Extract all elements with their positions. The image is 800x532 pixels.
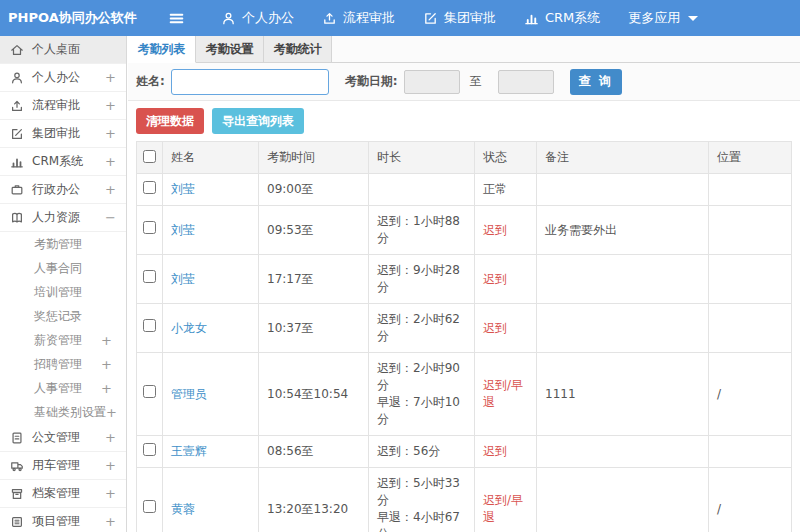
expand-plus-icon[interactable]: + xyxy=(101,333,112,348)
sidebar-item-7[interactable]: 人力资源− xyxy=(0,204,126,232)
nav-item-2[interactable]: 流程审批 xyxy=(308,0,409,36)
name-filter-input[interactable] xyxy=(171,69,329,95)
select-all-checkbox[interactable] xyxy=(143,150,156,163)
status-cell: 迟到 xyxy=(475,206,537,255)
expand-plus-icon[interactable]: + xyxy=(105,486,116,501)
attendance-time-cell: 09:00至 xyxy=(259,174,369,206)
employee-name-link[interactable]: 刘莹 xyxy=(171,223,195,237)
row-checkbox[interactable] xyxy=(143,221,156,234)
duration-cell: 迟到：56分 xyxy=(369,436,475,468)
expand-plus-icon[interactable]: + xyxy=(105,154,116,169)
duration-line: 迟到：5小时33分 xyxy=(377,475,466,509)
sidebar-subitem-5[interactable]: 薪资管理+ xyxy=(0,328,126,352)
sidebar-subitem-label: 考勤管理 xyxy=(34,236,82,253)
sidebar-subitem-label: 基础类别设置 xyxy=(34,404,106,421)
sidebar-item-label: CRM系统 xyxy=(32,153,83,170)
sidebar-item-2[interactable]: 个人办公+ xyxy=(0,64,126,92)
expand-plus-icon[interactable]: + xyxy=(101,357,112,372)
sidebar-item-label: 用车管理 xyxy=(32,457,80,474)
tab-1[interactable]: 考勤列表 xyxy=(128,36,196,63)
user-icon xyxy=(221,11,236,26)
date-from-input[interactable] xyxy=(404,70,460,94)
sidebar-item-8[interactable]: 公文管理+ xyxy=(0,424,126,452)
status-cell: 迟到 xyxy=(475,304,537,353)
sidebar-item-label: 集团审批 xyxy=(32,125,80,142)
sidebar-subitem-7[interactable]: 人事管理+ xyxy=(0,376,126,400)
location-cell xyxy=(709,174,792,206)
employee-name-link[interactable]: 刘莹 xyxy=(171,272,195,286)
expand-plus-icon[interactable]: + xyxy=(105,70,116,85)
list-icon xyxy=(10,515,24,529)
clear-data-button[interactable]: 清理数据 xyxy=(136,108,204,134)
duration-cell xyxy=(369,174,475,206)
employee-name-link[interactable]: 小龙女 xyxy=(171,321,207,335)
sidebar-item-6[interactable]: 行政办公+ xyxy=(0,176,126,204)
expand-plus-icon[interactable]: + xyxy=(105,182,116,197)
sidebar-item-3[interactable]: 流程审批+ xyxy=(0,92,126,120)
nav-item-label: 个人办公 xyxy=(242,9,294,27)
nav-item-5[interactable]: 更多应用 xyxy=(614,0,712,36)
note-cell xyxy=(537,468,709,532)
employee-name-link[interactable]: 黄蓉 xyxy=(171,502,195,516)
sidebar-toggle-button[interactable] xyxy=(168,10,185,27)
sidebar-item-5[interactable]: CRM系统+ xyxy=(0,148,126,176)
expand-plus-icon[interactable]: + xyxy=(101,381,112,396)
status-cell: 迟到/早退 xyxy=(475,468,537,532)
status-cell: 迟到/早退 xyxy=(475,353,537,436)
employee-name-link[interactable]: 刘莹 xyxy=(171,182,195,196)
nav-item-3[interactable]: 集团审批 xyxy=(409,0,510,36)
sidebar-subitem-1[interactable]: 考勤管理 xyxy=(0,232,126,256)
sidebar-item-11[interactable]: 项目管理+ xyxy=(0,508,126,532)
row-checkbox[interactable] xyxy=(143,443,156,456)
tab-3[interactable]: 考勤统计 xyxy=(264,36,332,62)
expand-plus-icon[interactable]: + xyxy=(105,430,116,445)
row-checkbox[interactable] xyxy=(143,500,156,513)
expand-plus-icon[interactable]: + xyxy=(105,458,116,473)
sidebar-item-4[interactable]: 集团审批+ xyxy=(0,120,126,148)
chart-icon xyxy=(524,11,539,26)
tab-2[interactable]: 考勤设置 xyxy=(196,36,264,62)
collapse-minus-icon[interactable]: − xyxy=(105,210,116,225)
export-list-button[interactable]: 导出查询列表 xyxy=(212,108,304,134)
search-button[interactable]: 查 询 xyxy=(570,69,622,95)
row-checkbox[interactable] xyxy=(143,270,156,283)
sidebar-item-1[interactable]: 个人桌面 xyxy=(0,36,126,64)
row-checkbox[interactable] xyxy=(143,385,156,398)
attendance-table: 姓名考勤时间时长状态备注位置 刘莹09:00至正常刘莹09:53至迟到：1小时8… xyxy=(136,141,792,532)
name-cell: 管理员 xyxy=(163,353,259,436)
row-checkbox[interactable] xyxy=(143,319,156,332)
expand-plus-icon[interactable]: + xyxy=(105,126,116,141)
sidebar-subitem-label: 薪资管理 xyxy=(34,332,82,349)
sidebar-subitem-8[interactable]: 基础类别设置+ xyxy=(0,400,126,424)
location-cell: / xyxy=(709,468,792,532)
row-checkbox[interactable] xyxy=(143,181,156,194)
nav-item-4[interactable]: CRM系统 xyxy=(510,0,614,36)
expand-plus-icon[interactable]: + xyxy=(106,405,117,420)
status-cell: 迟到 xyxy=(475,255,537,304)
doc-icon xyxy=(10,431,24,445)
edit-icon xyxy=(10,127,24,141)
sidebar-item-label: 行政办公 xyxy=(32,181,80,198)
employee-name-link[interactable]: 王壹辉 xyxy=(171,444,207,458)
sidebar-item-10[interactable]: 档案管理+ xyxy=(0,480,126,508)
expand-plus-icon[interactable]: + xyxy=(105,98,116,113)
attendance-time-cell: 13:20至13:20 xyxy=(259,468,369,532)
sidebar-item-9[interactable]: 用车管理+ xyxy=(0,452,126,480)
nav-item-label: 流程审批 xyxy=(343,9,395,27)
sidebar-subitem-3[interactable]: 培训管理 xyxy=(0,280,126,304)
archive-icon xyxy=(10,487,24,501)
book-icon xyxy=(10,211,24,225)
employee-name-link[interactable]: 管理员 xyxy=(171,387,207,401)
sidebar-subitem-4[interactable]: 奖惩记录 xyxy=(0,304,126,328)
nav-item-1[interactable]: 个人办公 xyxy=(207,0,308,36)
duration-line: 迟到：56分 xyxy=(377,443,466,460)
app-logo: PHPOA协同办公软件 xyxy=(0,9,128,27)
sidebar-subitem-2[interactable]: 人事合同 xyxy=(0,256,126,280)
expand-plus-icon[interactable]: + xyxy=(105,514,116,529)
attendance-table-wrap: 姓名考勤时间时长状态备注位置 刘莹09:00至正常刘莹09:53至迟到：1小时8… xyxy=(136,141,792,532)
action-buttons: 清理数据 导出查询列表 xyxy=(128,101,800,141)
duration-cell: 迟到：2小时62分 xyxy=(369,304,475,353)
sidebar-item-label: 个人桌面 xyxy=(32,41,80,58)
date-to-input[interactable] xyxy=(498,70,554,94)
sidebar-subitem-6[interactable]: 招聘管理+ xyxy=(0,352,126,376)
